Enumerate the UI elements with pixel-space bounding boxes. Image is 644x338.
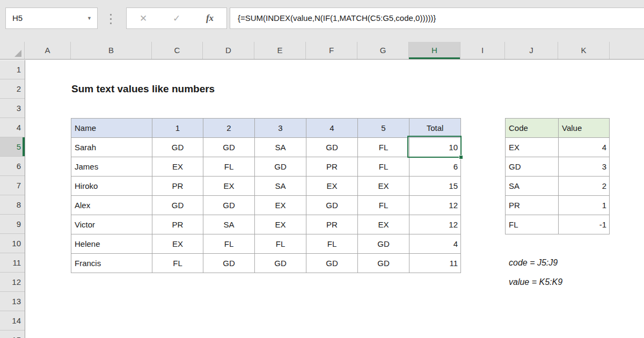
total-cell[interactable]: 11 — [409, 254, 461, 273]
name-box-value[interactable]: H5 — [12, 8, 23, 28]
row-header-5[interactable]: 5 — [0, 137, 25, 157]
main-header-1[interactable]: 1 — [152, 119, 203, 138]
score-cell[interactable]: GD — [306, 254, 358, 273]
score-cell[interactable]: FL — [306, 234, 358, 254]
total-cell[interactable]: 4 — [409, 234, 461, 254]
value-cell[interactable]: 1 — [559, 196, 610, 215]
code-cell[interactable]: EX — [506, 138, 559, 157]
name-cell[interactable]: Hiroko — [71, 177, 152, 196]
value-cell[interactable]: -1 — [559, 215, 610, 234]
row-header-2[interactable]: 2 — [0, 79, 25, 99]
row-header-4[interactable]: 4 — [0, 118, 25, 137]
value-cell[interactable]: 2 — [559, 177, 610, 196]
value-cell[interactable]: 3 — [559, 157, 610, 177]
score-cell[interactable]: PR — [152, 215, 203, 234]
column-header-F[interactable]: F — [306, 42, 357, 59]
name-cell[interactable]: Victor — [71, 215, 152, 234]
value-cell[interactable]: 4 — [559, 138, 610, 157]
column-header-I[interactable]: I — [460, 42, 505, 59]
score-cell[interactable]: GD — [152, 138, 203, 157]
code-cell[interactable]: FL — [506, 215, 559, 234]
column-header-K[interactable]: K — [558, 42, 610, 59]
named-range-note-value[interactable]: value = K5:K9 — [509, 273, 562, 292]
main-header-4[interactable]: 4 — [306, 119, 358, 138]
score-cell[interactable]: GD — [255, 254, 306, 273]
code-cell[interactable]: SA — [506, 177, 559, 196]
row-header-6[interactable]: 6 — [0, 157, 25, 176]
code-cell[interactable]: GD — [506, 157, 559, 177]
column-header-J[interactable]: J — [505, 42, 558, 59]
score-cell[interactable]: EX — [152, 234, 203, 254]
score-cell[interactable]: GD — [358, 254, 409, 273]
score-cell[interactable]: EX — [203, 177, 255, 196]
total-cell[interactable]: 12 — [409, 196, 461, 215]
score-cell[interactable]: GD — [306, 138, 358, 157]
formula-bar[interactable]: {=SUM(INDEX(value,N(IF(1,MATCH(C5:G5,cod… — [230, 8, 644, 29]
code-cell[interactable]: PR — [506, 196, 559, 215]
formula-bar-divider[interactable] — [110, 14, 112, 25]
name-cell[interactable]: Sarah — [71, 138, 152, 157]
score-cell[interactable]: FL — [203, 234, 255, 254]
score-cell[interactable]: EX — [152, 157, 203, 177]
name-box[interactable]: H5 ▼ — [5, 8, 98, 29]
main-header-2[interactable]: 2 — [203, 119, 255, 138]
column-header-D[interactable]: D — [203, 42, 254, 59]
name-cell[interactable]: Helene — [71, 234, 152, 254]
row-header-12[interactable]: 12 — [0, 273, 25, 292]
row-header-10[interactable]: 10 — [0, 234, 25, 253]
sheet-title[interactable]: Sum text values like numbers — [71, 79, 215, 99]
name-cell[interactable]: James — [71, 157, 152, 177]
selected-cell-border[interactable] — [407, 136, 462, 158]
main-header-total[interactable]: Total — [409, 119, 461, 138]
enter-icon[interactable]: ✓ — [173, 13, 180, 24]
fill-handle[interactable] — [459, 155, 463, 159]
score-cell[interactable]: PR — [306, 215, 358, 234]
code-header-value[interactable]: Value — [559, 119, 610, 138]
score-cell[interactable]: EX — [358, 215, 409, 234]
total-cell[interactable]: 12 — [409, 215, 461, 234]
total-cell[interactable]: 15 — [409, 177, 461, 196]
name-cell[interactable]: Francis — [71, 254, 152, 273]
score-cell[interactable]: EX — [255, 215, 306, 234]
score-cell[interactable]: PR — [152, 177, 203, 196]
named-range-note-code[interactable]: code = J5:J9 — [509, 253, 558, 273]
score-cell[interactable]: FL — [358, 157, 409, 177]
column-header-A[interactable]: A — [25, 42, 71, 59]
score-cell[interactable]: EX — [255, 196, 306, 215]
row-header-1[interactable]: 1 — [0, 60, 25, 79]
select-all-button[interactable] — [0, 42, 25, 59]
score-cell[interactable]: GD — [306, 196, 358, 215]
score-cell[interactable]: GD — [203, 196, 255, 215]
score-cell[interactable]: EX — [358, 177, 409, 196]
column-header-B[interactable]: B — [71, 42, 152, 59]
score-cell[interactable]: SA — [203, 215, 255, 234]
name-box-dropdown-icon[interactable]: ▼ — [87, 8, 92, 28]
row-header-9[interactable]: 9 — [0, 215, 25, 234]
column-header-H[interactable]: H — [409, 42, 460, 59]
row-header-8[interactable]: 8 — [0, 195, 25, 215]
row-header-7[interactable]: 7 — [0, 176, 25, 195]
insert-function-icon[interactable]: fx — [206, 13, 214, 24]
row-header-11[interactable]: 11 — [0, 253, 25, 273]
score-cell[interactable]: GD — [203, 138, 255, 157]
score-cell[interactable]: EX — [306, 177, 358, 196]
row-header-14[interactable]: 14 — [0, 311, 25, 330]
score-cell[interactable]: FL — [255, 234, 306, 254]
score-cell[interactable]: GD — [358, 234, 409, 254]
main-header-5[interactable]: 5 — [358, 119, 409, 138]
total-cell[interactable]: 6 — [409, 157, 461, 177]
column-header-C[interactable]: C — [152, 42, 203, 59]
score-cell[interactable]: FL — [358, 138, 409, 157]
score-cell[interactable]: GD — [203, 254, 255, 273]
score-cell[interactable]: GD — [152, 196, 203, 215]
score-cell[interactable]: FL — [203, 157, 255, 177]
main-header-3[interactable]: 3 — [255, 119, 306, 138]
name-cell[interactable]: Alex — [71, 196, 152, 215]
score-cell[interactable]: GD — [255, 157, 306, 177]
score-cell[interactable]: SA — [255, 177, 306, 196]
row-header-15[interactable]: 15 — [0, 330, 25, 338]
score-cell[interactable]: SA — [255, 138, 306, 157]
score-cell[interactable]: FL — [152, 254, 203, 273]
score-cell[interactable]: FL — [358, 196, 409, 215]
code-header-code[interactable]: Code — [506, 119, 559, 138]
